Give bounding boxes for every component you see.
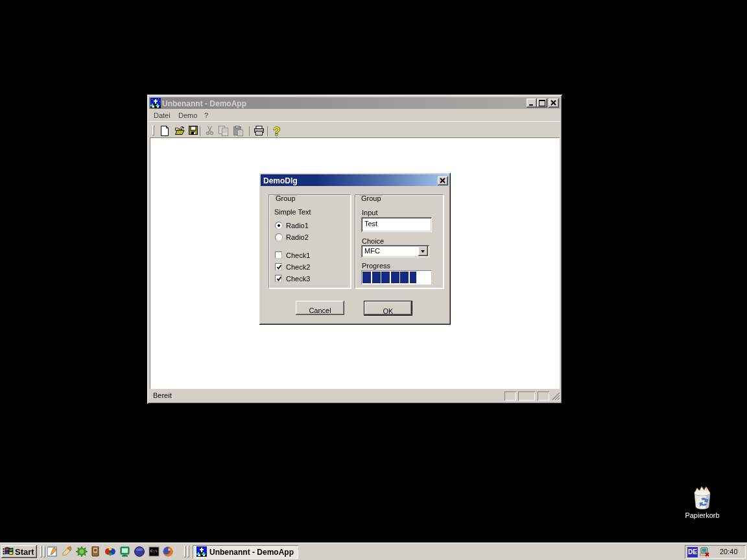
svg-text:C:\: C:\: [150, 549, 158, 554]
svg-text:?: ?: [273, 126, 281, 137]
